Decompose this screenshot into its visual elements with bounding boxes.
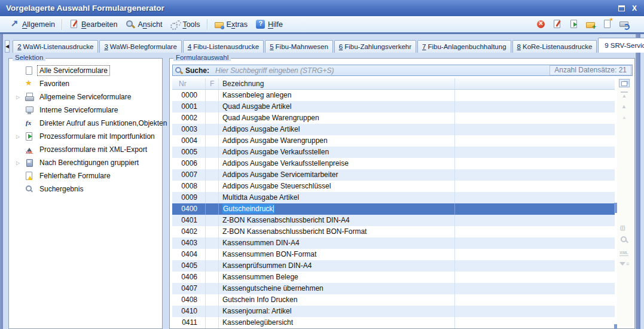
row-bezeichnung: Kassenbeleg anlegen [219,90,455,101]
table-row[interactable]: 0405 Kassenprüfsummen DIN-A4 [172,260,615,272]
document-export-icon[interactable] [569,20,578,29]
row-empty [455,147,615,158]
table-row[interactable]: 0002 Quad Ausgabe Warengruppen [172,112,615,124]
row-nr: 0000 [172,90,206,101]
menu-bar: Allgemein Bearbeiten Ansicht Tools Extra… [0,16,644,34]
cancel-icon[interactable] [537,20,545,28]
table-row[interactable]: 0401 Z-BON Kassenabschlussbericht DIN-A4 [172,215,615,226]
xml-icon[interactable] [619,249,630,259]
row-bezeichnung: Addipos Ausgabe Steuerschlüssel [219,181,455,192]
row-nr: 0407 [172,283,206,294]
table-row[interactable]: 0411 Kassenbelegübersicht [172,317,615,328]
tree-item[interactable]: ▷ Prozessformulare mit Importfunktion [9,130,162,143]
row-bezeichnung: Quad Ausgabe Artikel [219,101,455,112]
forms-table: Nr F Bezeichnung 0000 Kassenbeleg anlege… [172,78,615,328]
table-row[interactable]: 0406 Kassensummen Belege [172,272,615,283]
table-row[interactable]: 0402 Z-BON Kassenabschlussbericht BON-Fo… [172,226,615,237]
table-row[interactable]: 0410 Kassenjournal: Artikel [172,306,615,317]
table-row[interactable]: 0001 Quad Ausgabe Artikel [172,101,615,112]
scroll-up-icon[interactable] [621,114,631,124]
table-row[interactable]: 0003 Addipos Ausgabe Artikel [172,124,615,135]
column-header-empty[interactable] [455,78,615,89]
extras-icon [215,20,224,29]
table-row[interactable]: 0400 Gutscheindruck [172,203,615,215]
row-f [206,147,219,158]
filter-icon[interactable] [619,261,630,270]
expander-icon[interactable]: ▷ [16,134,25,139]
table-row[interactable]: 0408 Gutschein Info Drucken [172,294,615,306]
menu-hilfe[interactable]: Hilfe [252,19,287,30]
row-f [206,135,219,147]
tab[interactable]: 5Fibu-Mahnwesen [265,40,333,53]
row-empty [455,237,615,249]
tree-item[interactable]: ▷ Nach Berechtigungen gruppiert [9,156,162,169]
tree-item[interactable]: ▷ Suchergebnis [9,182,162,196]
menu-ansicht[interactable]: Ansicht [121,19,166,30]
search-input[interactable] [214,65,550,75]
tab[interactable]: 9SRV-Serviceformulare [598,38,644,53]
tree-item[interactable]: ▷ Favoriten [9,77,162,90]
tab[interactable]: 4Fibu-Listenausdrucke [183,40,264,53]
tab[interactable]: 2WaWi-Listenausdrucke [13,40,98,53]
table-row[interactable]: 0404 Kassensummen BON-Format [172,249,615,260]
tree-item-label: Suchergebnis [38,184,85,194]
expander-icon[interactable]: ▷ [16,95,25,100]
folder-add-icon[interactable] [586,20,595,29]
menu-tools[interactable]: Tools [166,19,204,30]
row-empty [455,124,615,135]
menu-separator [62,19,63,30]
column-header-bezeichnung[interactable]: Bezeichnung [219,78,455,89]
scroll-pageup-icon[interactable] [621,103,631,112]
close-icon[interactable]: X [632,5,637,12]
menu-bearbeiten[interactable]: Bearbeiten [65,19,121,30]
row-bezeichnung: Z-BON Kassenabschlussbericht BON-Format [219,226,455,237]
menu-extras[interactable]: Extras [210,19,252,30]
row-bezeichnung: Gutschein Info Drucken [219,294,455,306]
row-bezeichnung: Addipos Ausgabe Verkaufsstellenpreise [219,158,455,169]
card-view-icon[interactable] [620,224,631,234]
table-row[interactable]: 0407 Kassengutscheine übernehmen [172,283,615,294]
menu-allgemein[interactable]: Allgemein [6,19,59,30]
column-header-nr[interactable]: Nr [172,78,206,89]
expander-icon[interactable]: ▷ [16,160,25,166]
table-row[interactable]: 0008 Addipos Ausgabe Steuerschlüssel [172,181,615,192]
allgemein-arrow-icon [10,20,19,29]
table-row[interactable]: 0005 Addipos Ausgabe Verkaufsstellen [172,147,615,158]
tree-item-label: Direkter Aufruf aus Funktionen,Objekten [38,118,169,128]
table-row[interactable]: 0004 Addipos Ausgabe Warengruppen [172,135,615,147]
tree-item[interactable]: ▷ Fehlerhafte Formulare [9,169,162,182]
window-border-left [0,34,3,329]
column-chooser-icon[interactable] [619,79,630,87]
row-f [206,272,219,283]
search-result-icon [25,185,35,194]
table-row[interactable]: 0007 Addipos Ausgabe Servicemitarbeiter [172,169,615,181]
print-web-icon[interactable] [619,20,628,29]
tab[interactable]: 3WaWi-Belegformulare [99,40,181,53]
table-row[interactable]: 0000 Kassenbeleg anlegen [172,90,615,101]
form-tool-icon[interactable] [553,20,561,29]
tree-item[interactable]: ▷ Allgemeine Serviceformulare [9,90,162,103]
tree-item[interactable]: ▷ Prozessformulare mit XML-Export [9,143,162,156]
tab[interactable]: 6Fibu-Zahlungsverkehr [334,40,416,53]
table-row[interactable]: 0403 Kassensummen DIN-A4 [172,237,615,249]
scroll-top-icon[interactable] [621,92,628,102]
tab[interactable]: 8KoRe-Listenausdrucke [512,40,597,53]
table-header[interactable]: Nr F Bezeichnung [172,78,615,90]
column-header-f[interactable]: F [206,78,219,89]
row-f [206,203,219,215]
search-label: Suche: [185,66,209,75]
tab[interactable]: 7Fibu-Anlagenbuchhaltung [417,40,511,53]
tree-item-label: Alle Serviceformulare [38,66,109,75]
tree-item[interactable]: ▷ Direkter Aufruf aus Funktionen,Objekte… [9,117,162,130]
menu-label: Ansicht [138,20,162,29]
document-new-icon[interactable] [603,20,612,29]
zoom-icon[interactable] [620,236,631,245]
row-bezeichnung: Addipos Ausgabe Artikel [219,124,455,135]
tree-item[interactable]: ▷ Alle Serviceformulare [9,64,162,77]
table-row[interactable]: 0009 Multidta Ausgabe Artikel [172,192,615,203]
tree-item[interactable]: ▷ Interne Serviceformulare [9,103,162,117]
tab-scroll-left-button[interactable]: ◀ [5,40,10,53]
table-row[interactable]: 0006 Addipos Ausgabe Verkaufsstellenprei… [172,158,615,169]
row-empty [455,203,615,215]
restore-icon[interactable] [618,5,625,11]
